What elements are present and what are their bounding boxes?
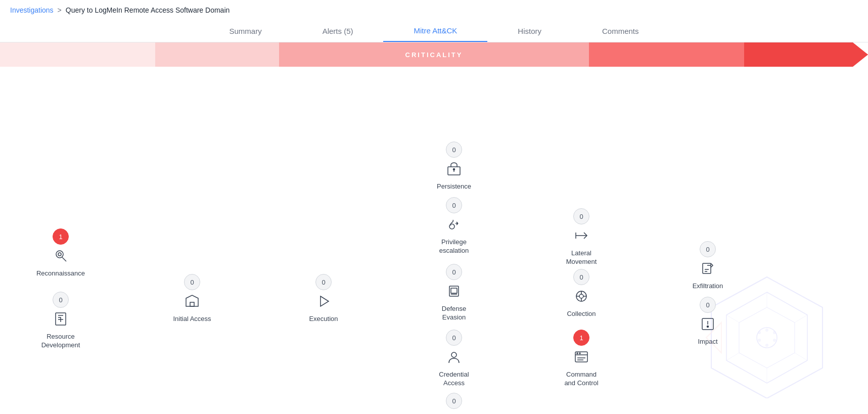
recon-label: Reconnaissance	[36, 269, 85, 278]
lateral-movement-icon	[573, 227, 589, 246]
defense-evasion-label: DefenseEvasion	[442, 305, 466, 322]
discovery-badge: 0	[446, 393, 462, 409]
resource-dev-badge: 0	[53, 292, 69, 308]
attack-credential-access[interactable]: 0 CredentialAccess	[424, 330, 484, 388]
svg-marker-40	[739, 307, 795, 368]
tab-comments[interactable]: Comments	[572, 21, 669, 41]
persistence-label: Persistence	[437, 182, 471, 191]
svg-point-20	[579, 294, 583, 298]
attack-resource-dev[interactable]: 0 ResourceDevelopment	[30, 292, 91, 350]
priv-esc-label: Privilegeescalation	[439, 238, 469, 255]
resource-dev-label: ResourceDevelopment	[41, 333, 80, 350]
command-control-icon	[573, 349, 589, 367]
priv-esc-badge: 0	[446, 197, 462, 213]
impact-badge: 0	[700, 297, 716, 313]
recon-badge: 1	[53, 228, 69, 245]
svg-point-8	[453, 169, 455, 170]
tab-alerts[interactable]: Alerts (5)	[292, 21, 384, 41]
breadcrumb: Investigations > Query to LogMeIn Remote…	[0, 0, 868, 20]
lateral-movement-label: LateralMovement	[566, 249, 597, 266]
command-control-badge: 1	[573, 330, 589, 346]
attack-lateral-movement[interactable]: 0 LateralMovement	[551, 208, 612, 266]
cred-access-icon	[446, 349, 462, 367]
attack-discovery[interactable]: 0 Discovery	[424, 393, 484, 414]
execution-icon	[315, 293, 332, 312]
attack-persistence[interactable]: 0 Persistence	[424, 142, 484, 191]
svg-point-27	[577, 353, 578, 354]
initial-access-badge: 0	[184, 274, 200, 290]
tab-mitre[interactable]: Mitre Att&CK	[383, 20, 487, 42]
persistence-icon	[446, 161, 462, 179]
execution-badge: 0	[315, 274, 332, 290]
attack-privilege-esc[interactable]: 0 Privilegeescalation	[424, 197, 484, 255]
svg-point-44	[773, 339, 776, 342]
collection-icon	[573, 288, 589, 307]
attack-reconnaissance[interactable]: 1 Reconnaissance	[30, 228, 91, 278]
svg-point-0	[56, 251, 63, 258]
collection-badge: 0	[573, 269, 589, 285]
execution-label: Execution	[309, 315, 338, 324]
priv-esc-icon	[446, 216, 462, 235]
attack-execution[interactable]: 0 Execution	[293, 274, 354, 324]
breadcrumb-link[interactable]: Investigations	[10, 6, 54, 14]
exfiltration-badge: 0	[700, 241, 716, 257]
attack-collection[interactable]: 0 Collection	[551, 269, 612, 318]
nav-tabs: Summary Alerts (5) Mitre Att&CK History …	[0, 20, 868, 42]
svg-point-47	[758, 331, 761, 334]
attack-command-control[interactable]: 1 Commandand Control	[551, 330, 612, 388]
svg-point-43	[773, 331, 776, 334]
svg-point-9	[449, 224, 454, 229]
svg-point-42	[765, 329, 768, 332]
discovery-icon	[446, 412, 462, 414]
svg-rect-4	[190, 302, 194, 306]
cred-access-badge: 0	[446, 330, 462, 346]
svg-point-45	[765, 344, 768, 347]
persistence-badge: 0	[446, 142, 462, 158]
recon-icon	[53, 248, 69, 266]
svg-rect-11	[451, 288, 457, 293]
breadcrumb-current-page: Query to LogMeIn Remote Access Software …	[66, 6, 230, 14]
attack-initial-access[interactable]: 0 Initial Access	[162, 274, 222, 324]
tab-summary[interactable]: Summary	[199, 21, 292, 41]
svg-line-53	[726, 315, 739, 323]
svg-point-28	[579, 353, 580, 354]
command-control-label: Commandand Control	[564, 371, 598, 388]
svg-line-52	[726, 353, 739, 360]
svg-line-1	[62, 257, 66, 261]
breadcrumb-separator: >	[58, 6, 62, 14]
defense-evasion-icon	[446, 283, 462, 302]
resource-dev-icon	[53, 311, 69, 330]
attack-framework: 1 Reconnaissance 0 ResourceDevelopment 0	[0, 67, 868, 410]
defense-evasion-badge: 0	[446, 264, 462, 280]
lateral-movement-badge: 0	[573, 208, 589, 224]
collection-label: Collection	[567, 310, 596, 318]
svg-marker-5	[321, 296, 329, 306]
initial-access-icon	[184, 293, 200, 312]
attack-defense-evasion[interactable]: 0 DefenseEvasion	[424, 264, 484, 322]
tab-history[interactable]: History	[487, 21, 572, 41]
svg-line-50	[795, 353, 807, 360]
hex-decoration	[691, 272, 843, 400]
cred-access-label: CredentialAccess	[439, 371, 469, 388]
svg-point-2	[58, 253, 61, 256]
initial-access-label: Initial Access	[173, 315, 211, 324]
svg-point-13	[451, 352, 456, 357]
svg-line-49	[795, 315, 807, 323]
criticality-bar: CRITICALITY	[0, 42, 868, 67]
criticality-label: CRITICALITY	[405, 51, 463, 59]
svg-point-46	[758, 339, 761, 342]
